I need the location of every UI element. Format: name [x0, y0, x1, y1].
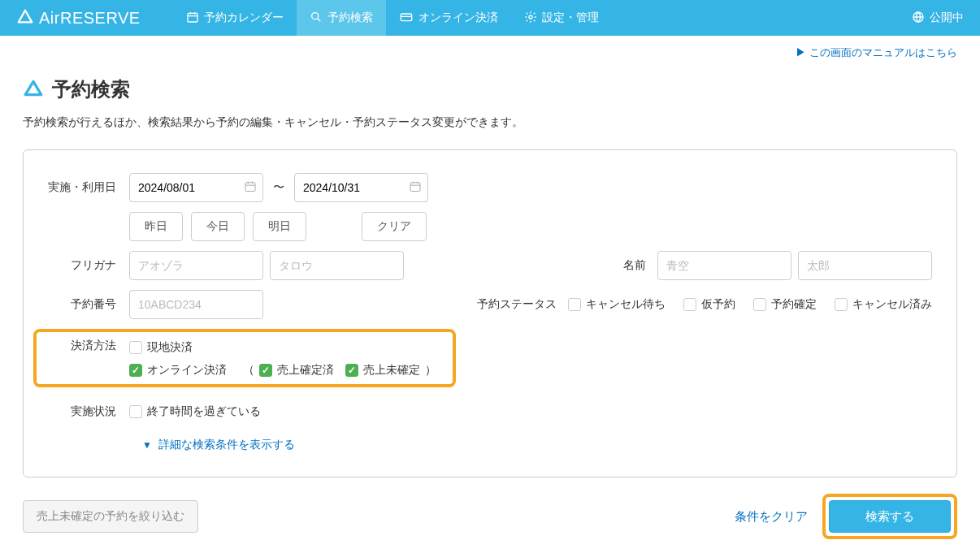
svg-rect-0	[188, 13, 197, 22]
situation-past-end-checkbox[interactable]: 終了時間を過ぎている	[129, 404, 261, 419]
payment-label: 決済方法	[37, 339, 129, 353]
nav-calendar[interactable]: 予約カレンダー	[173, 0, 297, 36]
sales-confirmed-checkbox[interactable]: 売上確定済	[259, 363, 334, 378]
logo[interactable]: AirRESERVE	[16, 8, 141, 28]
open-paren: （	[243, 363, 254, 378]
furigana-sei-input[interactable]	[129, 251, 263, 280]
search-form: 実施・利用日 〜	[23, 149, 957, 477]
status-confirmed-checkbox[interactable]: 予約確定	[753, 297, 817, 312]
svg-point-1	[311, 12, 318, 19]
page-title-row: 予約検索	[23, 76, 957, 102]
quick-row: 昨日 今日 明日 クリア	[48, 212, 932, 241]
date-label: 実施・利用日	[48, 180, 129, 195]
payment-highlight-box: 決済方法 現地決済 オンライン決済 （ 売上確定済 売上未確定 ）	[33, 329, 456, 387]
situation-row: 実施状況 終了時間を過ぎている	[48, 397, 932, 426]
logo-text: AirRESERVE	[39, 9, 141, 28]
nav-search[interactable]: 予約検索	[297, 0, 386, 36]
resnum-label: 予約番号	[48, 297, 129, 312]
page-title: 予約検索	[52, 76, 130, 102]
search-button[interactable]: 検索する	[829, 500, 951, 533]
globe-icon	[912, 11, 925, 26]
search-icon	[310, 11, 323, 26]
svg-rect-2	[401, 14, 411, 21]
nav-label: 予約検索	[327, 11, 373, 25]
publish-status[interactable]: 公開中	[912, 11, 964, 26]
quick-tomorrow-button[interactable]: 明日	[253, 212, 306, 241]
quick-yesterday-button[interactable]: 昨日	[129, 212, 183, 241]
publish-label: 公開中	[930, 11, 964, 25]
status-cancelled-checkbox[interactable]: キャンセル済み	[835, 297, 932, 312]
sales-unconfirmed-checkbox[interactable]: 売上未確定	[345, 363, 420, 378]
tilde: 〜	[273, 180, 284, 195]
nav-label: 設定・管理	[542, 11, 599, 25]
date-to-input[interactable]	[294, 173, 428, 202]
nav-payment[interactable]: オンライン決済	[386, 0, 511, 36]
name-label: 名前	[623, 258, 657, 273]
nav-label: オンライン決済	[418, 11, 498, 25]
triangle-icon	[23, 78, 44, 102]
resnum-input[interactable]	[129, 290, 263, 319]
nav: 予約カレンダー 予約検索 オンライン決済 設定・管理	[173, 0, 612, 36]
payment-onsite-checkbox[interactable]: 現地決済	[129, 340, 193, 355]
furigana-name-row: フリガナ 名前	[48, 251, 932, 280]
footer-buttons: 売上未確定の予約を絞り込む 条件をクリア 検索する	[23, 494, 957, 539]
name-sei-input[interactable]	[657, 251, 791, 280]
name-mei-input[interactable]	[798, 251, 932, 280]
logo-icon	[16, 8, 34, 28]
svg-point-3	[529, 15, 532, 19]
furigana-label: フリガナ	[48, 258, 129, 273]
page-description: 予約検索が行えるほか、検索結果から予約の編集・キャンセル・予約ステータス変更がで…	[23, 115, 957, 130]
calendar-icon	[186, 11, 199, 26]
date-from-input[interactable]	[129, 173, 263, 202]
furigana-mei-input[interactable]	[270, 251, 404, 280]
card-icon	[399, 11, 414, 26]
date-row: 実施・利用日 〜	[48, 173, 932, 202]
status-provisional-checkbox[interactable]: 仮予約	[683, 297, 735, 312]
advanced-conditions-link[interactable]: 詳細な検索条件を表示する	[142, 438, 932, 452]
filter-unconfirmed-button[interactable]: 売上未確定の予約を絞り込む	[23, 500, 198, 533]
nav-label: 予約カレンダー	[204, 11, 284, 25]
close-paren: ）	[425, 363, 436, 378]
payment-online-checkbox[interactable]: オンライン決済	[129, 363, 227, 378]
search-highlight-box: 検索する	[822, 494, 957, 539]
app-header: AirRESERVE 予約カレンダー 予約検索 オンライン決済 設定・管理	[0, 0, 980, 36]
quick-today-button[interactable]: 今日	[191, 212, 245, 241]
manual-link[interactable]: この画面のマニュアルはこちら	[0, 36, 980, 60]
status-cancel-wait-checkbox[interactable]: キャンセル待ち	[568, 297, 666, 312]
resnum-status-row: 予約番号 予約ステータス キャンセル待ち 仮予約 予約確定 キャンセル済み	[48, 290, 932, 319]
situation-label: 実施状況	[48, 404, 129, 419]
status-label: 予約ステータス	[477, 297, 568, 312]
quick-clear-button[interactable]: クリア	[362, 212, 427, 241]
nav-settings[interactable]: 設定・管理	[511, 0, 612, 36]
content: 予約検索 予約検索が行えるほか、検索結果から予約の編集・キャンセル・予約ステータ…	[0, 60, 980, 540]
clear-conditions-link[interactable]: 条件をクリア	[730, 509, 813, 525]
gear-icon	[524, 11, 537, 26]
